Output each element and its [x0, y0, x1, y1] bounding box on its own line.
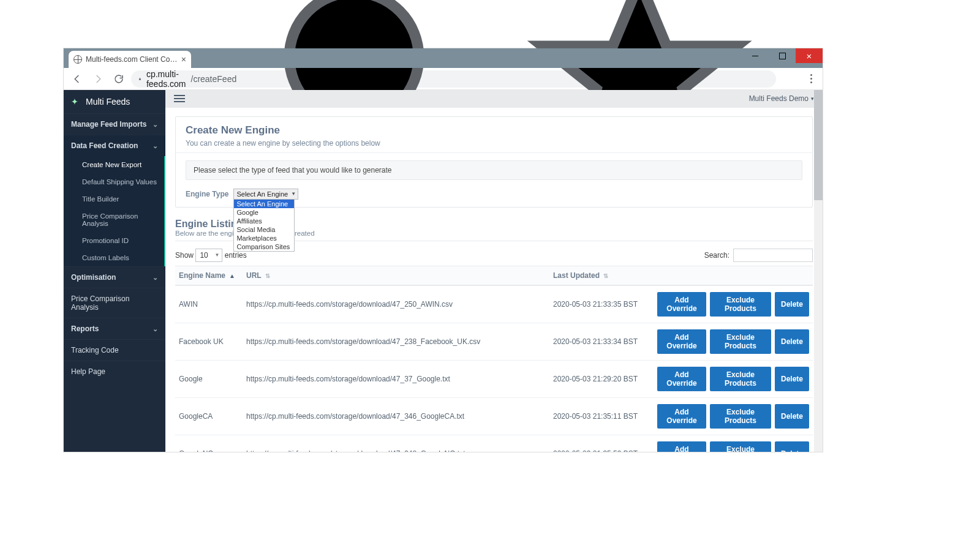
sort-icon: ⇅	[265, 272, 270, 279]
option-social-media[interactable]: Social Media	[234, 225, 294, 234]
col-engine-name[interactable]: Engine Name▲	[175, 266, 243, 285]
address-bar: cp.multi-feeds.com/createFeed	[64, 68, 823, 90]
sidebar-item-reports[interactable]: Reports⌄	[64, 318, 165, 339]
nav-forward-button[interactable]	[89, 70, 107, 88]
tab-close-icon[interactable]: ×	[181, 54, 186, 64]
add-override-button[interactable]: Add Override	[657, 292, 706, 317]
search-label: Search:	[704, 251, 729, 260]
cell-last-updated: 2020-05-03 21:29:20 BST	[549, 360, 654, 397]
url-field[interactable]: cp.multi-feeds.com/createFeed	[131, 70, 776, 88]
exclude-products-button[interactable]: Exclude Products	[710, 329, 771, 354]
cell-last-updated: 2020-05-03 21:33:34 BST	[549, 323, 654, 360]
entries-select[interactable]: 10	[195, 249, 222, 262]
titlebar: Multi-feeds.com Client Control P × ×	[64, 48, 823, 68]
sidebar-sub-create-export[interactable]: Create New Export	[64, 156, 164, 173]
main: Multi Feeds Demo▾ Create New Engine You …	[165, 90, 823, 452]
lock-icon	[138, 75, 141, 83]
url-path: /createFeed	[191, 74, 237, 84]
browser-menu-button[interactable]	[804, 72, 818, 86]
scrollbar-thumb[interactable]	[814, 90, 823, 200]
table-row: Googlehttps://cp.multi-feeds.com/storage…	[175, 360, 813, 397]
sidebar-sub-shipping[interactable]: Default Shipping Values	[64, 173, 164, 190]
url-host: cp.multi-feeds.com	[146, 69, 186, 89]
window-minimize-button[interactable]	[742, 48, 769, 63]
option-comparison-sites[interactable]: Comparison Sites	[234, 242, 294, 251]
sort-icon: ⇅	[603, 272, 608, 279]
sidebar-sub-custom-labels[interactable]: Custom Labels	[64, 249, 164, 266]
exclude-products-button[interactable]: Exclude Products	[710, 441, 771, 452]
delete-button[interactable]: Delete	[775, 441, 809, 452]
delete-button[interactable]: Delete	[775, 329, 809, 354]
table-row: GoogleNOhttps://cp.multi-feeds.com/stora…	[175, 435, 813, 452]
option-marketplaces[interactable]: Marketplaces	[234, 234, 294, 242]
engine-type-label: Engine Type	[186, 189, 228, 198]
user-menu[interactable]: Multi Feeds Demo▾	[749, 94, 814, 103]
panel-title: Create New Engine	[186, 124, 802, 137]
table-row: AWINhttps://cp.multi-feeds.com/storage/d…	[175, 285, 813, 323]
add-override-button[interactable]: Add Override	[657, 329, 706, 354]
cell-url: https://cp.multi-feeds.com/storage/downl…	[243, 435, 549, 452]
sidebar: ✦ Multi Feeds Manage Feed Imports⌄ Data …	[64, 90, 165, 452]
exclude-products-button[interactable]: Exclude Products	[710, 404, 771, 429]
sidebar-item-help-page[interactable]: Help Page	[64, 361, 165, 382]
nav-reload-button[interactable]	[110, 70, 127, 88]
content: Create New Engine You can create a new e…	[165, 108, 823, 452]
table-row: GoogleCAhttps://cp.multi-feeds.com/stora…	[175, 397, 813, 435]
delete-button[interactable]: Delete	[775, 404, 809, 429]
cell-url: https://cp.multi-feeds.com/storage/downl…	[243, 360, 549, 397]
logo-icon: ✦	[71, 97, 81, 107]
browser-tab[interactable]: Multi-feeds.com Client Control P ×	[69, 51, 191, 68]
add-override-button[interactable]: Add Override	[657, 441, 706, 452]
top-strip: Multi Feeds Demo▾	[165, 90, 823, 108]
option-affiliates[interactable]: Affiliates	[234, 217, 294, 225]
option-google[interactable]: Google	[234, 208, 294, 217]
chevron-down-icon: ⌄	[153, 325, 158, 333]
chevron-down-icon: ⌄	[153, 121, 158, 129]
cell-engine-name: GoogleCA	[175, 397, 243, 435]
cell-last-updated: 2020-05-03 21:35:53 BST	[549, 435, 654, 452]
delete-button[interactable]: Delete	[775, 292, 809, 317]
cell-url: https://cp.multi-feeds.com/storage/downl…	[243, 285, 549, 323]
add-override-button[interactable]: Add Override	[657, 404, 706, 429]
cell-last-updated: 2020-05-03 21:35:11 BST	[549, 397, 654, 435]
add-override-button[interactable]: Add Override	[657, 367, 706, 391]
globe-icon	[74, 55, 82, 64]
engines-table: Engine Name▲ URL⇅ Last Updated⇅ AWINhttp…	[175, 266, 813, 452]
sidebar-item-price-comparison[interactable]: Price Comparison Analysis	[64, 288, 165, 318]
hamburger-icon[interactable]	[174, 95, 185, 102]
exclude-products-button[interactable]: Exclude Products	[710, 367, 771, 391]
exclude-products-button[interactable]: Exclude Products	[710, 292, 771, 317]
window-maximize-button[interactable]	[769, 48, 796, 63]
nav-back-button[interactable]	[69, 70, 86, 88]
option-select-an-engine[interactable]: Select An Engine	[234, 200, 294, 208]
cell-engine-name: AWIN	[175, 285, 243, 323]
cell-last-updated: 2020-05-03 21:33:35 BST	[549, 285, 654, 323]
info-text: Please select the type of feed that you …	[186, 160, 802, 180]
sidebar-sub-title-builder[interactable]: Title Builder	[64, 190, 164, 208]
cell-engine-name: GoogleNO	[175, 435, 243, 452]
tab-title: Multi-feeds.com Client Control P	[86, 55, 178, 64]
cell-engine-name: Google	[175, 360, 243, 397]
chevron-down-icon: ⌄	[153, 274, 158, 282]
sort-asc-icon: ▲	[229, 272, 235, 279]
engine-type-dropdown: Select An Engine Google Affiliates Socia…	[233, 199, 295, 252]
cell-url: https://cp.multi-feeds.com/storage/downl…	[243, 397, 549, 435]
col-last-updated[interactable]: Last Updated⇅	[549, 266, 654, 285]
sidebar-item-tracking-code[interactable]: Tracking Code	[64, 339, 165, 361]
col-url[interactable]: URL⇅	[243, 266, 549, 285]
search-input[interactable]	[733, 249, 813, 262]
delete-button[interactable]: Delete	[775, 367, 809, 391]
cell-engine-name: Facebook UK	[175, 323, 243, 360]
create-engine-panel: Create New Engine You can create a new e…	[175, 116, 813, 208]
engine-type-select[interactable]: Select An Engine	[233, 189, 298, 200]
chevron-down-icon: ⌄	[153, 142, 158, 150]
brand: ✦ Multi Feeds	[64, 90, 165, 113]
sidebar-item-data-feed-creation[interactable]: Data Feed Creation⌄	[64, 135, 165, 156]
brand-text: Multi Feeds	[86, 97, 130, 107]
sidebar-item-optimisation[interactable]: Optimisation⌄	[64, 266, 165, 288]
window-close-button[interactable]: ×	[796, 48, 823, 63]
sidebar-sub-price-analysis[interactable]: Price Comparison Analysis	[64, 208, 164, 232]
sidebar-item-manage-imports[interactable]: Manage Feed Imports⌄	[64, 113, 165, 135]
sidebar-sub-promotional-id[interactable]: Promotional ID	[64, 232, 164, 249]
panel-subtitle: You can create a new engine by selecting…	[186, 139, 802, 148]
